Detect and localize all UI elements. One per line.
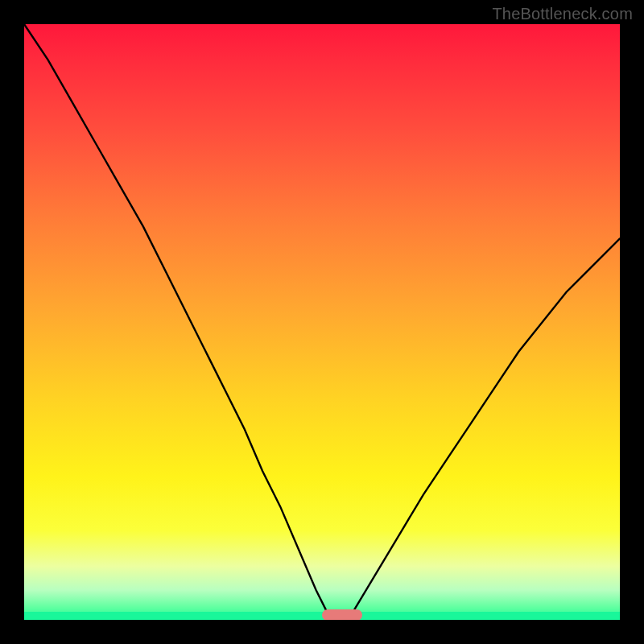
watermark-text: TheBottleneck.com <box>492 5 633 23</box>
plot-area <box>24 24 620 620</box>
right-curve-path <box>352 238 620 613</box>
chart-container: TheBottleneck.com <box>0 0 644 644</box>
left-curve-path <box>24 24 328 614</box>
curve-layer <box>24 24 620 620</box>
bottleneck-marker <box>322 609 362 620</box>
